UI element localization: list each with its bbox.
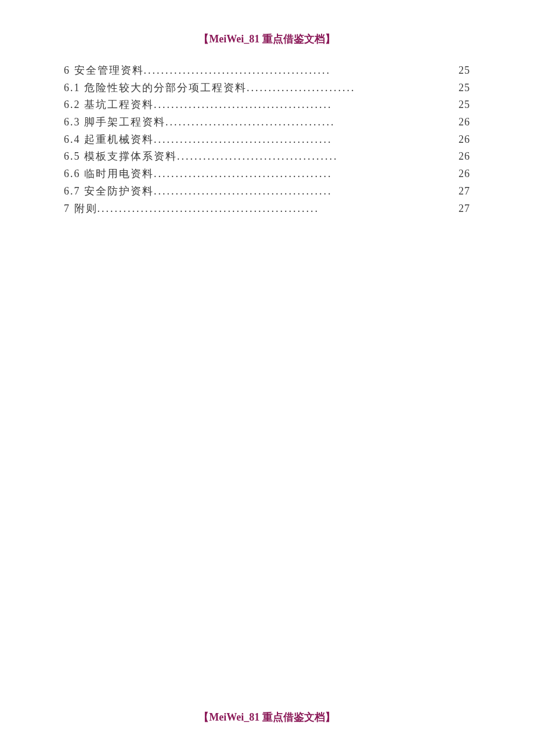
toc-entry: 6.4 起重机械资料 .............................… bbox=[64, 131, 470, 149]
toc-entry-title: 6.5 模板支撑体系资料 bbox=[64, 148, 177, 165]
page-header: 【MeiWei_81 重点借鉴文档】 bbox=[64, 32, 470, 46]
toc-entry: 6 安全管理资料 ...............................… bbox=[64, 62, 470, 80]
toc-entry-title: 7 附则 bbox=[64, 200, 98, 218]
document-page: 【MeiWei_81 重点借鉴文档】 6 安全管理资料 ............… bbox=[0, 0, 534, 756]
toc-entry-title: 6.1 危险性较大的分部分项工程资料 bbox=[64, 80, 247, 97]
toc-entry-title: 6.2 基坑工程资料 bbox=[64, 96, 154, 114]
toc-entry: 6.7 安全防护资料 .............................… bbox=[64, 183, 470, 200]
table-of-contents: 6 安全管理资料 ...............................… bbox=[64, 62, 470, 217]
toc-entry: 6.6 临时用电资料 .............................… bbox=[64, 165, 470, 183]
toc-entry-title: 6 安全管理资料 bbox=[64, 62, 144, 80]
header-title: 【MeiWei_81 重点借鉴文档】 bbox=[199, 33, 335, 45]
toc-dots: ........................................… bbox=[154, 165, 459, 183]
toc-dots: ..................................... bbox=[177, 148, 459, 165]
toc-dots: ........................................… bbox=[154, 183, 459, 200]
toc-dots: ........................................… bbox=[154, 96, 459, 114]
toc-dots: ........................................… bbox=[144, 62, 459, 80]
toc-entry-page: 26 bbox=[459, 131, 470, 149]
toc-entry-page: 26 bbox=[459, 148, 470, 165]
toc-entry: 7 附则 ...................................… bbox=[64, 200, 470, 218]
toc-entry-page: 27 bbox=[459, 183, 470, 200]
toc-dots: ........................................… bbox=[154, 131, 459, 149]
toc-entry-title: 6.3 脚手架工程资料 bbox=[64, 114, 165, 131]
toc-entry: 6.5 模板支撑体系资料 ...........................… bbox=[64, 148, 470, 165]
toc-entry: 6.2 基坑工程资料 .............................… bbox=[64, 96, 470, 114]
page-footer: 【MeiWei_81 重点借鉴文档】 bbox=[64, 710, 470, 724]
toc-entry-page: 25 bbox=[459, 96, 470, 114]
footer-title: 【MeiWei_81 重点借鉴文档】 bbox=[199, 711, 335, 723]
toc-entry: 6.1 危险性较大的分部分项工程资料 .....................… bbox=[64, 80, 470, 97]
toc-entry: 6.3 脚手架工程资料 ............................… bbox=[64, 114, 470, 131]
toc-dots: ....................................... bbox=[165, 114, 459, 131]
toc-entry-page: 26 bbox=[459, 165, 470, 183]
toc-entry-title: 6.4 起重机械资料 bbox=[64, 131, 154, 149]
toc-entry-page: 25 bbox=[459, 62, 470, 80]
toc-entry-title: 6.7 安全防护资料 bbox=[64, 183, 154, 200]
toc-entry-page: 27 bbox=[459, 200, 470, 218]
toc-entry-page: 26 bbox=[459, 114, 470, 131]
toc-dots: ........................................… bbox=[98, 200, 459, 218]
toc-entry-page: 25 bbox=[459, 80, 470, 97]
toc-dots: ......................... bbox=[247, 80, 459, 97]
toc-entry-title: 6.6 临时用电资料 bbox=[64, 165, 154, 183]
